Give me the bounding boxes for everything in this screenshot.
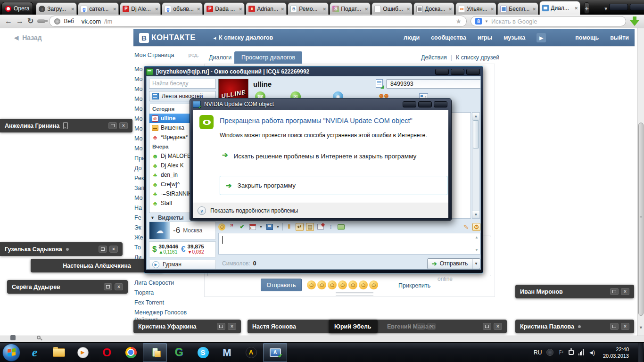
browser-tab[interactable]: сател... <box>78 2 119 15</box>
vk-send-button[interactable]: Отправить <box>261 279 302 291</box>
scroll-thumb[interactable] <box>473 120 479 148</box>
taskbar-chrome[interactable] <box>119 343 143 362</box>
qip-maximize-button[interactable] <box>451 69 464 75</box>
browser-tab[interactable]: объяв... <box>162 2 203 15</box>
url-field[interactable]: Веб vk.com /im <box>49 16 467 27</box>
to-friends-link[interactable]: К списку друзей <box>456 54 499 61</box>
nav-people-link[interactable]: люди <box>404 34 420 41</box>
taskbar-aimp[interactable] <box>239 343 263 362</box>
browser-tab[interactable]: Доска... <box>413 2 454 15</box>
dialog-maximize-button[interactable] <box>418 101 432 107</box>
smiley-icon[interactable] <box>359 280 368 289</box>
popup-minimize-button[interactable] <box>416 323 425 330</box>
tab-close-icon[interactable] <box>113 6 116 12</box>
back-icon[interactable]: ← <box>5 17 12 25</box>
action-center-flag-icon[interactable] <box>558 349 564 356</box>
sidebar-item-tyuryaga[interactable]: Тюряга <box>134 289 154 296</box>
scroll-down-icon[interactable]: ▼ <box>472 211 479 218</box>
show-desktop-button[interactable] <box>638 343 643 362</box>
network-signal-icon[interactable] <box>578 349 584 355</box>
popup-minimize-button[interactable] <box>104 283 112 290</box>
chat-popup-kristina-pavlova[interactable]: Кристина Павлова <box>515 320 634 333</box>
tab-close-icon[interactable] <box>575 5 578 11</box>
nav-groups-link[interactable]: сообщества <box>431 34 466 41</box>
resize-handle[interactable] <box>336 292 373 296</box>
tab-close-icon[interactable] <box>197 6 200 12</box>
gourmet-widget[interactable]: Гурман <box>149 260 216 269</box>
qip-scrollbar[interactable]: ▲ ▼ <box>472 112 480 219</box>
taskbar-qip-active[interactable] <box>143 343 167 362</box>
browser-tab[interactable]: Ошиб... <box>372 2 413 15</box>
tab-dialogs[interactable]: Диалоги <box>209 54 231 61</box>
nav-logout-link[interactable]: выйти <box>610 34 629 41</box>
taskbar-nvidia-active[interactable] <box>263 343 287 362</box>
taskbar-ie[interactable] <box>23 343 47 362</box>
smiley-icon[interactable] <box>328 280 337 289</box>
settings-gear-icon[interactable] <box>472 223 480 231</box>
popup-minimize-button[interactable] <box>610 323 619 330</box>
nav-games-link[interactable]: игры <box>478 34 492 41</box>
taskbar-m-app[interactable] <box>215 343 239 362</box>
minimize-button[interactable] <box>609 4 628 10</box>
note-icon[interactable] <box>376 79 383 88</box>
sidebar-item-my-page[interactable]: Моя Страница ред. <box>134 52 199 58</box>
browser-tab[interactable]: Adrian... <box>246 2 287 15</box>
vk-logo[interactable]: В контакте <box>139 33 196 43</box>
browser-tab[interactable]: Ремо... <box>288 2 329 15</box>
tab-close-icon[interactable] <box>533 6 536 12</box>
popup-close-button[interactable] <box>427 323 436 330</box>
vk-back-link[interactable]: Назад <box>14 34 42 41</box>
popup-close-button[interactable] <box>115 283 123 290</box>
chat-popup-kristina-ufarkina[interactable]: Кристина Уфаркина <box>133 320 241 333</box>
smiley-icon[interactable] <box>307 280 316 289</box>
smiley-icon[interactable] <box>338 280 347 289</box>
status-panel-icon[interactable] <box>10 335 16 340</box>
taskbar-opera[interactable] <box>95 343 119 362</box>
scroll-up-icon[interactable]: ▲ <box>472 113 479 120</box>
emoticons-icon[interactable] <box>218 223 225 230</box>
tray-clock[interactable]: 22:40 20.03.2013 <box>599 346 633 359</box>
tab-close-icon[interactable] <box>491 6 494 12</box>
search-input[interactable]: Искать в Google <box>471 16 626 26</box>
details-chevron-icon[interactable] <box>198 206 206 215</box>
power-plug-icon[interactable] <box>569 350 574 355</box>
search-engine-dropdown-icon[interactable] <box>485 19 488 24</box>
tab-close-icon[interactable] <box>449 6 452 12</box>
download-arrow-icon[interactable] <box>630 16 639 26</box>
key-icon[interactable] <box>37 19 45 23</box>
browser-tab[interactable]: Загру... <box>36 2 77 15</box>
widgets-section-header[interactable]: Виджеты <box>150 214 184 221</box>
smiley-icon[interactable] <box>348 280 357 289</box>
sidebar-item-voice-manager[interactable]: Менеджер Голосов <box>134 309 187 316</box>
popup-close-button[interactable] <box>228 323 236 330</box>
chat-popup-nastenka[interactable]: Настенька Алёшечкина <box>31 259 163 272</box>
currency-widget[interactable]: $ 30,9446 ▲0,1161 € 39,875 ▼0,032 <box>149 241 216 257</box>
hidden-icons-button[interactable] <box>546 349 553 356</box>
qip-title-bar[interactable]: [kryzhukov@qip.ru] - Окно сообщений | IC… <box>146 67 481 76</box>
send-options-dropdown[interactable] <box>472 258 480 269</box>
chat-popup-ivan[interactable]: Иван Миронов <box>515 285 634 298</box>
option-close-program[interactable]: Закрыть программу <box>220 176 447 195</box>
browser-tab[interactable]: Беспл... <box>497 2 538 15</box>
popup-close-button[interactable] <box>621 323 629 330</box>
browser-tab[interactable]: Ульян... <box>455 2 496 15</box>
taskbar-skype[interactable] <box>191 343 215 362</box>
tab-list-dropdown[interactable] <box>603 3 608 14</box>
edit-pen-icon[interactable] <box>462 223 470 231</box>
bookmark-star-icon[interactable] <box>455 17 462 25</box>
dialog-minimize-button[interactable] <box>403 101 416 107</box>
vk-to-dialog-list-link[interactable]: К списку диалогов <box>214 34 273 41</box>
opera-menu-button[interactable]: Opera <box>1 2 33 15</box>
tab-dialog-view[interactable]: Просмотр диалогов <box>234 51 302 64</box>
history-calendar-icon[interactable] <box>249 224 256 230</box>
taskbar-explorer[interactable] <box>47 343 71 362</box>
page-scrollbar[interactable] <box>637 28 644 336</box>
option-search-online[interactable]: Искать решение проблемы в Интернете и за… <box>222 151 420 161</box>
browser-tab[interactable]: Подат... <box>330 2 371 15</box>
dialog-title-bar[interactable]: NVIDIA Update COM object <box>193 99 448 110</box>
tab-close-icon[interactable] <box>323 6 326 12</box>
browser-tab[interactable]: Dj Ale... <box>120 2 161 15</box>
quote-icon[interactable] <box>228 223 236 231</box>
save-icon[interactable] <box>266 224 273 230</box>
tab-close-icon[interactable] <box>407 6 410 12</box>
